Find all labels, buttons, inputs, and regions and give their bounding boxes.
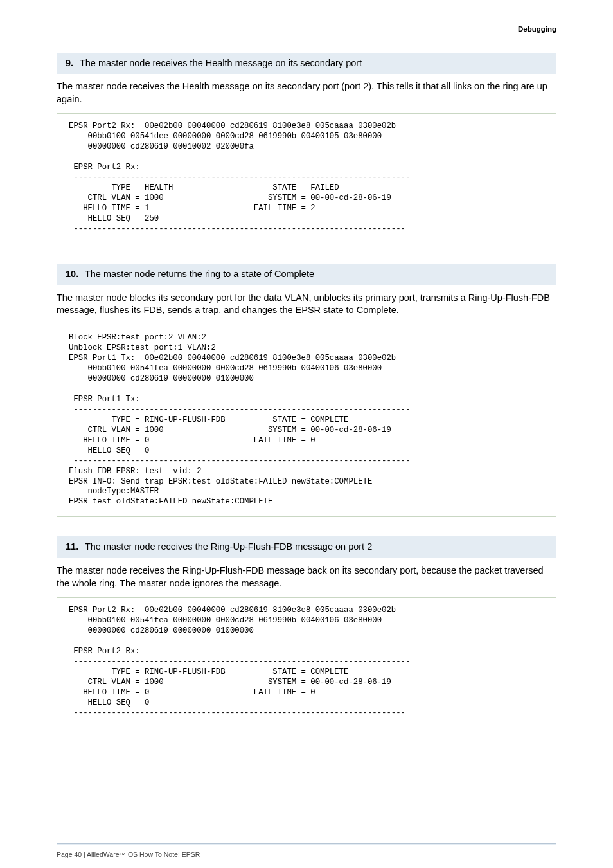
step-body: The master node receives the Ring-Up-Flu… [57,565,556,590]
step-band-9: 9. The master node receives the Health m… [57,53,556,75]
code-block-11: EPSR Port2 Rx: 00e02b00 00040000 cd28061… [57,597,556,728]
step-band-10: 10. The master node returns the ring to … [57,264,556,285]
step-number: 11. [66,541,78,554]
step-title: The master node returns the ring to a st… [85,269,314,279]
code-block-9: EPSR Port2 Rx: 00e02b00 00040000 cd28061… [57,113,556,244]
step-body: The master node blocks its secondary por… [57,292,556,317]
step-band-11: 11. The master node receives the Ring-Up… [57,536,556,558]
step-body: The master node receives the Health mess… [57,80,556,105]
step-title: The master node receives the Health mess… [80,58,362,68]
step-number: 10. [66,268,78,281]
code-block-10: Block EPSR:test port:2 VLAN:2 Unblock EP… [57,325,556,518]
header-eyebrow: Debugging [57,24,556,35]
footer-rule [57,843,556,845]
step-number: 9. [66,57,73,70]
footer-text: Page 40 | AlliedWare™ OS How To Note: EP… [57,850,200,859]
page: Debugging 9. The master node receives th… [0,0,613,868]
step-title: The master node receives the Ring-Up-Flu… [85,541,372,552]
